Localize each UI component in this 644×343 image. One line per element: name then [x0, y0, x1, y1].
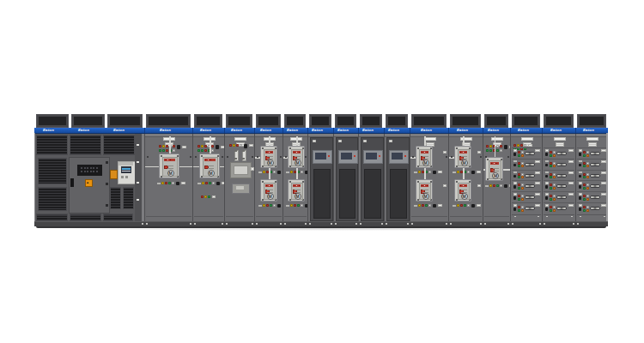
mcc-bucket[interactable] — [577, 148, 608, 158]
lower-device[interactable] — [232, 184, 250, 194]
door-latch[interactable] — [137, 182, 139, 184]
bucket-disconnect-handle[interactable] — [556, 152, 567, 155]
bucket-disconnect-handle[interactable] — [525, 207, 535, 210]
mcc-bucket[interactable] — [512, 171, 542, 180]
bucket-disconnect-handle[interactable] — [590, 184, 600, 188]
control-switch[interactable] — [244, 144, 247, 148]
door-latch-handle[interactable] — [70, 178, 74, 187]
mcc-bucket[interactable] — [577, 203, 608, 213]
section-feeder-dual-b: MM — [283, 134, 307, 221]
door-latch[interactable] — [137, 199, 139, 201]
mcc-bucket[interactable] — [544, 171, 575, 180]
bucket-disconnect-handle[interactable] — [525, 174, 535, 178]
left-edge-trim — [34, 133, 35, 221]
bucket-reset-button[interactable] — [579, 175, 581, 178]
bucket-reset-button[interactable] — [579, 164, 581, 167]
drawout-breaker[interactable]: M — [260, 179, 277, 202]
mcc-bucket[interactable] — [544, 181, 575, 190]
control-switch[interactable] — [277, 171, 281, 175]
drive-door[interactable] — [336, 137, 358, 221]
drawout-breaker[interactable]: M — [454, 146, 471, 168]
door-latch[interactable] — [137, 144, 139, 146]
mcc-bucket[interactable] — [577, 181, 608, 190]
mcc-bucket[interactable] — [544, 148, 575, 158]
breaker-grille[interactable] — [77, 165, 102, 176]
mcc-bucket[interactable] — [512, 159, 542, 169]
control-switch[interactable] — [471, 204, 475, 208]
drawout-breaker[interactable]: M — [288, 179, 305, 202]
mcc-bucket[interactable] — [512, 203, 542, 213]
drive-door[interactable] — [361, 137, 384, 221]
bucket-reset-button[interactable] — [513, 185, 516, 189]
bucket-reset-button[interactable] — [513, 196, 516, 200]
mcc-bucket[interactable] — [544, 159, 575, 169]
drawout-breaker[interactable]: M — [159, 153, 179, 178]
bucket-reset-button[interactable] — [579, 153, 581, 156]
bucket-disconnect-handle[interactable] — [525, 196, 535, 199]
bucket-disconnect-handle[interactable] — [525, 184, 535, 188]
bucket-reset-button[interactable] — [513, 153, 516, 156]
control-switch[interactable] — [504, 145, 507, 149]
bucket-disconnect-handle[interactable] — [556, 174, 567, 178]
control-switch[interactable] — [177, 145, 180, 149]
control-switch[interactable] — [504, 184, 507, 189]
meter-keypad-button[interactable] — [121, 176, 124, 178]
drawout-breaker[interactable]: M — [454, 179, 471, 202]
switchboard-door[interactable]: ▲ — [69, 157, 110, 214]
mcc-bucket[interactable] — [577, 159, 608, 169]
bucket-disconnect-handle[interactable] — [525, 163, 535, 166]
indicator-light-red — [166, 145, 168, 147]
bucket-disconnect-handle[interactable] — [590, 196, 600, 199]
door-latch[interactable] — [137, 161, 139, 163]
power-meter[interactable] — [118, 161, 136, 184]
drawout-breaker[interactable]: M — [199, 153, 220, 178]
hmi-display[interactable] — [363, 150, 383, 164]
bucket-disconnect-handle[interactable] — [525, 152, 535, 155]
bucket-disconnect-handle[interactable] — [556, 184, 567, 188]
bucket-reset-button[interactable] — [545, 196, 548, 200]
control-switch[interactable] — [433, 171, 436, 175]
drive-door[interactable] — [386, 137, 410, 221]
control-switch[interactable] — [471, 171, 475, 175]
bucket-reset-button[interactable] — [513, 208, 516, 211]
bucket-reset-button[interactable] — [545, 153, 548, 156]
control-switch[interactable] — [216, 182, 220, 186]
bucket-reset-button[interactable] — [579, 185, 581, 189]
bucket-disconnect-handle[interactable] — [556, 163, 567, 166]
control-switch[interactable] — [277, 204, 281, 208]
bucket-reset-button[interactable] — [545, 164, 548, 167]
drive-door[interactable] — [310, 137, 333, 221]
mcc-bucket[interactable] — [544, 192, 575, 202]
bucket-disconnect-handle[interactable] — [556, 196, 567, 199]
drawout-breaker[interactable]: M — [288, 146, 305, 168]
bucket-disconnect-handle[interactable] — [590, 152, 600, 155]
mcc-bucket[interactable] — [577, 192, 608, 202]
meter-keypad-button[interactable] — [125, 176, 128, 178]
bucket-disconnect-handle[interactable] — [556, 207, 567, 210]
drawout-breaker[interactable]: M — [485, 157, 503, 181]
bucket-reset-button[interactable] — [513, 164, 516, 167]
hmi-display[interactable] — [389, 150, 409, 164]
control-switch[interactable] — [433, 204, 436, 208]
bucket-reset-button[interactable] — [513, 175, 516, 178]
bucket-reset-button[interactable] — [545, 185, 548, 189]
bucket-reset-button[interactable] — [579, 196, 581, 200]
mcc-bucket[interactable] — [512, 192, 542, 202]
bucket-reset-button[interactable] — [545, 208, 548, 211]
bucket-reset-button[interactable] — [579, 208, 581, 211]
bucket-disconnect-handle[interactable] — [590, 174, 600, 178]
drawout-breaker[interactable]: M — [260, 146, 277, 168]
mcc-bucket[interactable] — [512, 181, 542, 190]
hmi-display[interactable] — [338, 150, 358, 164]
control-switch[interactable] — [176, 182, 179, 186]
bucket-reset-button[interactable] — [545, 175, 548, 178]
mcc-bucket[interactable] — [577, 171, 608, 180]
drawout-breaker[interactable]: M — [416, 179, 433, 202]
mcc-bucket[interactable] — [544, 203, 575, 213]
mcc-bucket[interactable] — [512, 148, 542, 158]
bucket-disconnect-handle[interactable] — [590, 163, 600, 166]
control-switch[interactable] — [216, 145, 219, 149]
hmi-display[interactable] — [313, 150, 332, 164]
bucket-disconnect-handle[interactable] — [590, 207, 600, 210]
drawout-breaker[interactable]: M — [416, 146, 433, 168]
